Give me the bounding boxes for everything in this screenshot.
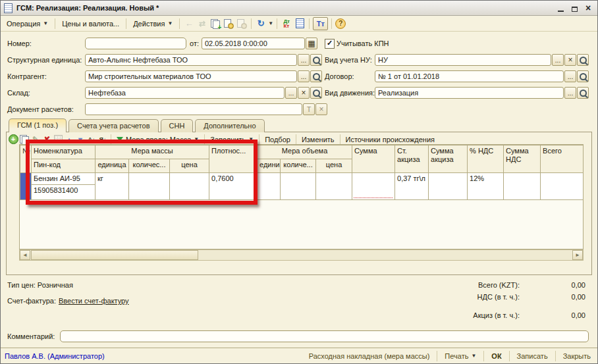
- change-button[interactable]: Изменить: [299, 136, 337, 143]
- col-total[interactable]: Всего: [541, 145, 584, 173]
- chevron-down-icon[interactable]: ▼: [268, 21, 273, 26]
- contragent-field[interactable]: Мир строительных материалов ТОО: [85, 70, 297, 82]
- actions-menu-button[interactable]: Действия▼: [130, 18, 176, 29]
- row-selector-cell[interactable]: [20, 173, 32, 200]
- struct-unit-field[interactable]: Авто-Альянс Нефтебаза ТОО: [85, 54, 297, 66]
- vat-sum-cell[interactable]: [504, 173, 541, 200]
- total-cell[interactable]: [541, 173, 584, 200]
- pick-button[interactable]: Подбор: [262, 136, 293, 143]
- nomenclature-value[interactable]: Бензин АИ-95: [32, 173, 95, 185]
- kpn-checkbox[interactable]: [325, 39, 335, 49]
- mass-unit-cell[interactable]: кг: [95, 173, 129, 200]
- dtkt-postings-icon[interactable]: ДтКт: [281, 18, 292, 29]
- col-density[interactable]: Плотнос...: [209, 145, 258, 173]
- tab-gsm[interactable]: ГСМ (1 поз.): [9, 118, 67, 132]
- move-row-down-button[interactable]: ▼: [75, 134, 86, 144]
- horizontal-scrollbar[interactable]: ◄ ►: [19, 249, 584, 261]
- col-excise-sum[interactable]: Сумма акциза: [429, 145, 468, 173]
- col-volume-price[interactable]: цена: [316, 159, 352, 173]
- col-excise-rate[interactable]: Ст. акциза: [395, 145, 429, 173]
- current-user-text[interactable]: Павлов А.В. (Администратор): [5, 352, 105, 360]
- col-volume-qty[interactable]: количе...: [281, 159, 316, 173]
- col-mass-unit[interactable]: единица: [95, 159, 129, 173]
- col-pin-code[interactable]: Пин-код: [32, 159, 95, 173]
- comment-field[interactable]: [60, 330, 589, 342]
- col-nomenclature[interactable]: Номенклатура: [32, 145, 95, 159]
- col-sum[interactable]: Сумма: [352, 145, 395, 173]
- copy-row-button[interactable]: +: [19, 134, 30, 144]
- sort-descending-button[interactable]: Я↓: [97, 134, 108, 144]
- scrollbar-track[interactable]: [198, 250, 572, 260]
- settlement-doc-field[interactable]: [85, 103, 302, 115]
- col-mass-qty[interactable]: количес...: [129, 159, 170, 173]
- contract-field[interactable]: № 1 от 01.01.2018: [375, 70, 564, 82]
- close-button[interactable]: Закрыть: [560, 352, 593, 360]
- choose-button[interactable]: [285, 87, 297, 99]
- maximize-button[interactable]: [570, 4, 578, 12]
- date-field[interactable]: 02.05.2018 0:00:00: [202, 38, 305, 49]
- edit-row-button[interactable]: ✎: [30, 134, 41, 144]
- col-volume-unit[interactable]: единица: [258, 159, 281, 173]
- report-button[interactable]: Расходная накладная (мера массы): [306, 352, 433, 360]
- choose-button[interactable]: [564, 70, 576, 82]
- calendar-button[interactable]: [306, 38, 317, 49]
- fill-button[interactable]: Заполнить▼: [207, 136, 256, 143]
- kpn-checkbox-label[interactable]: Учитывать КПН: [337, 39, 389, 47]
- choose-button[interactable]: [298, 70, 310, 82]
- table-row[interactable]: Бензин АИ-95 15905831400 кг 0,7600 0,37 …: [20, 173, 584, 200]
- origin-sources-button[interactable]: Источники происхождения: [343, 136, 437, 143]
- scroll-right-icon[interactable]: ►: [572, 250, 583, 260]
- enter-invoice-link[interactable]: Ввести счет-фактуру: [59, 297, 129, 305]
- font-settings-button[interactable]: Тт: [313, 17, 328, 30]
- open-button[interactable]: [310, 70, 322, 82]
- pin-code-value[interactable]: 15905831400: [32, 185, 95, 196]
- number-field[interactable]: [85, 38, 186, 49]
- choose-button[interactable]: [552, 54, 564, 66]
- nomenclature-cell[interactable]: Бензин АИ-95 15905831400: [32, 173, 95, 200]
- mass-price-cell[interactable]: [170, 173, 209, 200]
- choose-button[interactable]: [564, 87, 576, 99]
- close-icon[interactable]: ×: [584, 4, 592, 12]
- clear-button[interactable]: [564, 54, 576, 66]
- sum-cell[interactable]: [352, 173, 395, 200]
- col-mass-price[interactable]: цена: [170, 159, 209, 173]
- volume-unit-cell[interactable]: [258, 173, 281, 200]
- clear-button[interactable]: [315, 103, 327, 115]
- sort-ascending-button[interactable]: А↓: [86, 134, 97, 144]
- input-measure-button[interactable]: Мера ввода: Масса▼: [114, 136, 202, 143]
- delete-row-button[interactable]: ✘: [41, 134, 52, 144]
- document-journal-icon[interactable]: [294, 18, 306, 29]
- ok-button[interactable]: ОК: [489, 352, 504, 360]
- vat-cell[interactable]: 12%: [468, 173, 504, 200]
- operation-menu-button[interactable]: Операция▼: [3, 18, 51, 29]
- add-row-button[interactable]: +: [8, 134, 18, 144]
- scrollbar-thumb[interactable]: [31, 250, 198, 260]
- movement-field[interactable]: Реализация: [375, 87, 564, 99]
- copy-document-icon[interactable]: +: [209, 18, 221, 29]
- volume-price-cell[interactable]: [316, 173, 352, 200]
- col-num[interactable]: №: [20, 145, 32, 173]
- move-row-up-button[interactable]: ▲: [64, 134, 74, 144]
- col-mass-group[interactable]: Мера массы: [95, 145, 209, 159]
- warehouse-field[interactable]: Нефтебаза: [85, 87, 285, 99]
- open-button[interactable]: [577, 70, 589, 82]
- minimize-button[interactable]: [557, 4, 564, 12]
- tab-extra[interactable]: Дополнительно: [195, 119, 264, 132]
- mass-qty-cell[interactable]: [129, 173, 170, 200]
- tab-snn[interactable]: СНН: [161, 119, 194, 132]
- text-edit-button[interactable]: [303, 103, 315, 115]
- col-vat[interactable]: % НДС: [468, 145, 504, 173]
- save-button[interactable]: Записать: [514, 352, 551, 360]
- col-vat-sum[interactable]: Сумма НДС: [504, 145, 541, 173]
- clear-button[interactable]: [298, 87, 310, 99]
- post-document-icon[interactable]: [223, 18, 234, 29]
- scroll-left-icon[interactable]: ◄: [20, 250, 30, 260]
- density-cell[interactable]: 0,7600: [209, 173, 258, 200]
- print-button[interactable]: Печать▼: [442, 352, 479, 360]
- choose-button[interactable]: [298, 54, 310, 66]
- col-volume-group[interactable]: Мера объема: [258, 145, 352, 159]
- excise-rate-cell[interactable]: 0,37 тг\л: [395, 173, 429, 200]
- open-button[interactable]: [577, 54, 589, 66]
- go-to-icon[interactable]: ↻: [255, 18, 267, 29]
- open-button[interactable]: [577, 87, 589, 99]
